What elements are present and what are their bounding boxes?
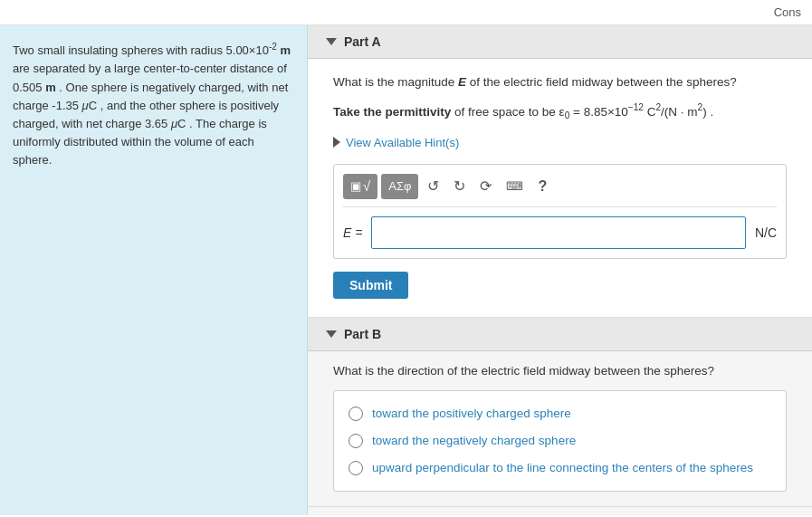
part-a-section: Part A What is the magnitude E of the el… [308,25,812,318]
answer-unit: N/C [755,225,777,240]
reset-button[interactable]: ⟳ [474,174,497,199]
part-a-label: Part A [344,34,381,49]
answer-input[interactable] [371,216,745,249]
keyboard-button[interactable]: ⌨ [501,174,529,199]
matrix-icon: ▣ [350,179,361,193]
hint-triangle-icon [333,137,340,148]
radio-options-box: toward the positively charged sphere tow… [333,390,787,492]
greek-button[interactable]: ΑΣφ [381,174,418,199]
submit-button[interactable]: Submit [333,272,408,299]
problem-description: Two small insulating spheres with radius… [13,40,294,169]
radio-option-2-label: toward the negatively charged sphere [372,434,576,447]
part-a-question: What is the magnitude E of the electric … [333,73,787,91]
right-panel: Part A What is the magnitude E of the el… [308,25,812,515]
main-layout: Two small insulating spheres with radius… [0,25,812,515]
left-panel: Two small insulating spheres with radius… [0,25,308,515]
math-input-container: ▣ √ ΑΣφ ↺ ↻ ⟳ ⌨ ? E = [333,164,787,259]
radio-option-1[interactable]: toward the positively charged sphere [349,400,771,427]
radio-option-3-label: upward perpendicular to the line connect… [372,461,753,474]
part-b-question: What is the direction of the electric fi… [333,364,787,378]
radio-option-2[interactable]: toward the negatively charged sphere [349,427,771,455]
radio-option-3-input[interactable] [349,461,363,475]
part-b-content: What is the direction of the electric fi… [308,351,812,506]
radio-option-1-input[interactable] [349,407,363,421]
part-a-content: What is the magnitude E of the electric … [308,59,812,317]
undo-button[interactable]: ↺ [422,174,444,199]
part-b-header[interactable]: Part B [308,318,812,351]
radio-option-1-label: toward the positively charged sphere [372,407,571,420]
hint-link-label: View Available Hint(s) [346,136,459,149]
redo-button[interactable]: ↻ [448,174,471,199]
top-bar: Cons [0,0,812,25]
permittivity-text: Take the permittivity of free space to b… [333,101,787,122]
radio-option-3[interactable]: upward perpendicular to the line connect… [349,455,771,482]
radio-option-2-input[interactable] [349,434,363,448]
sqrt-icon: √ [363,178,370,194]
hint-link[interactable]: View Available Hint(s) [333,136,787,149]
greek-label: ΑΣφ [388,179,411,193]
part-b-collapse-icon [326,330,337,338]
help-button[interactable]: ? [532,174,552,199]
math-toolbar: ▣ √ ΑΣφ ↺ ↻ ⟳ ⌨ ? [343,174,777,207]
part-a-collapse-icon [326,38,337,45]
part-b-section: Part B What is the direction of the elec… [308,318,812,507]
cons-label: Cons [774,5,801,19]
part-b-label: Part B [344,327,381,341]
matrix-button[interactable]: ▣ √ [343,174,377,199]
part-a-header[interactable]: Part A [308,25,812,59]
answer-label: E = [343,225,362,240]
answer-row: E = N/C [343,216,777,249]
